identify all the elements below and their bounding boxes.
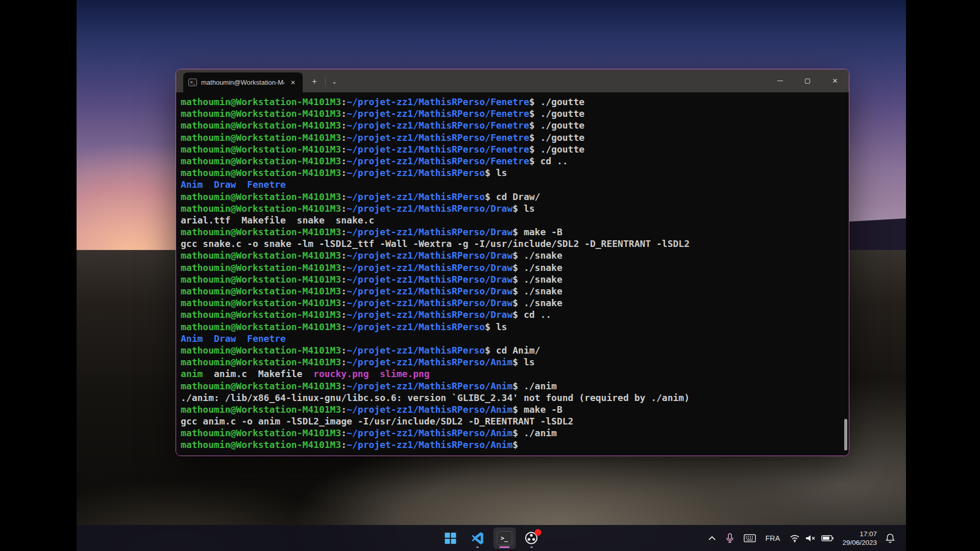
terminal-text-segment: ~/projet-zz1/MathisRPerso/Fenetre — [347, 120, 529, 131]
terminal-text-segment: ./anim: /lib/x86_64-linux-gnu/libc.so.6:… — [181, 392, 690, 403]
maximize-button[interactable] — [794, 69, 821, 92]
terminal-text-segment: mathoumin@Workstation-M4101M3 — [181, 167, 341, 178]
terminal-text-segment: $ ./goutte — [529, 108, 584, 119]
terminal-text-segment: ~/projet-zz1/MathisRPerso/Fenetre — [347, 156, 529, 166]
clock-time: 17:07 — [842, 530, 877, 538]
terminal-text-segment: Draw — [214, 333, 236, 344]
terminal-text-segment: $ ./anim — [512, 381, 557, 391]
terminal-content[interactable]: mathoumin@Workstation-M4101M3:~/projet-z… — [176, 92, 849, 456]
minimize-icon — [777, 81, 783, 81]
terminal-text-segment: : — [341, 120, 347, 131]
terminal-text-segment: $ ./snake — [512, 297, 562, 308]
terminal-text-segment: : — [341, 345, 347, 356]
terminal-text-segment: : — [341, 144, 347, 155]
terminal-text-segment: ~/projet-zz1/MathisRPerso — [347, 191, 485, 202]
terminal-text-segment: : — [341, 309, 347, 320]
terminal-line: mathoumin@Workstation-M4101M3:~/projet-z… — [181, 132, 849, 143]
terminal-text-segment: mathoumin@Workstation-M4101M3 — [181, 357, 341, 367]
terminal-app-icon: >_ — [497, 531, 512, 545]
terminal-tab[interactable]: >_ mathoumin@Workstation-M4 ✕ — [183, 72, 303, 92]
terminal-text-segment: $ ls — [485, 321, 507, 332]
terminal-text-segment: $ ./snake — [512, 274, 562, 285]
terminal-text-segment: : — [341, 132, 347, 143]
terminal-line: Anim Draw Fenetre — [181, 179, 849, 190]
terminal-line: mathoumin@Workstation-M4101M3:~/projet-z… — [181, 249, 849, 261]
terminal-line: mathoumin@Workstation-M4101M3:~/projet-z… — [181, 155, 849, 167]
terminal-text-segment: mathoumin@Workstation-M4101M3 — [181, 191, 341, 202]
terminal-text-segment: $ — [512, 439, 518, 450]
chevron-up-icon — [708, 536, 716, 541]
terminal-line: gcc snake.c -o snake -lm -lSDL2_ttf -Wal… — [181, 238, 849, 249]
terminal-text-segment: Anim — [181, 179, 203, 190]
notification-center-button[interactable] — [885, 530, 896, 547]
terminal-active-indicator — [499, 546, 509, 548]
terminal-text-segment: mathoumin@Workstation-M4101M3 — [181, 274, 341, 285]
obs-recording-badge — [534, 529, 541, 536]
terminal-text-segment: : — [341, 203, 347, 214]
clock[interactable]: 17:07 29/06/2023 — [842, 530, 877, 547]
terminal-text-segment: : — [341, 108, 347, 119]
close-button[interactable]: ✕ — [821, 69, 849, 92]
language-indicator[interactable]: FRA — [765, 530, 781, 547]
terminal-text-segment — [203, 333, 214, 344]
terminal-text-segment: ~/projet-zz1/MathisRPerso/Fenetre — [347, 108, 529, 119]
terminal-text-segment: mathoumin@Workstation-M4101M3 — [181, 297, 341, 308]
minimize-button[interactable] — [766, 69, 794, 92]
terminal-text-segment: mathoumin@Workstation-M4101M3 — [181, 262, 341, 273]
terminal-line: mathoumin@Workstation-M4101M3:~/projet-z… — [181, 380, 849, 392]
terminal-scrollbar-thumb[interactable] — [844, 419, 847, 450]
vscode-running-indicator — [476, 546, 478, 548]
microphone-icon — [726, 533, 734, 543]
touch-keyboard-button[interactable] — [743, 530, 757, 547]
terminal-text-segment: $ ./goutte — [529, 120, 584, 131]
wifi-icon — [790, 534, 800, 542]
terminal-text-segment: mathoumin@Workstation-M4101M3 — [181, 227, 341, 237]
terminal-text-segment: ~/projet-zz1/MathisRPerso/Anim — [347, 404, 512, 415]
terminal-text-segment: : — [341, 357, 347, 367]
terminal-text-segment: : — [341, 439, 347, 450]
terminal-text-segment: roucky.png — [313, 368, 369, 379]
vscode-icon — [471, 532, 484, 545]
terminal-text-segment: : — [341, 191, 347, 202]
terminal-text-segment: ~/projet-zz1/MathisRPerso/Anim — [347, 439, 512, 450]
terminal-text-segment — [236, 179, 247, 190]
terminal-taskbar-button[interactable]: >_ — [493, 528, 516, 549]
terminal-text-segment: $ cd .. — [529, 156, 568, 166]
start-button[interactable] — [439, 528, 461, 549]
terminal-text-segment — [236, 333, 247, 344]
terminal-text-segment — [369, 368, 380, 379]
terminal-line: mathoumin@Workstation-M4101M3:~/projet-z… — [181, 143, 849, 155]
terminal-text-segment: : — [341, 297, 347, 308]
vscode-button[interactable] — [466, 528, 488, 549]
taskbar-center-icons: >_ — [439, 525, 543, 551]
terminal-line: mathoumin@Workstation-M4101M3:~/projet-z… — [181, 108, 849, 119]
terminal-text-segment: mathoumin@Workstation-M4101M3 — [181, 345, 341, 356]
terminal-text-segment: ~/projet-zz1/MathisRPerso — [347, 345, 485, 356]
microphone-tray-button[interactable] — [725, 530, 735, 547]
terminal-text-segment: : — [341, 167, 347, 178]
terminal-line: mathoumin@Workstation-M4101M3:~/projet-z… — [181, 226, 849, 238]
terminal-line: mathoumin@Workstation-M4101M3:~/projet-z… — [181, 191, 849, 203]
terminal-window: >_ mathoumin@Workstation-M4 ✕ + ⌄ ✕ math… — [176, 69, 849, 456]
terminal-text-segment: ~/projet-zz1/MathisRPerso/Anim — [347, 428, 512, 438]
obs-button[interactable] — [520, 528, 543, 549]
tab-close-icon[interactable]: ✕ — [288, 78, 298, 87]
terminal-text-segment: mathoumin@Workstation-M4101M3 — [181, 439, 341, 450]
terminal-text-segment: mathoumin@Workstation-M4101M3 — [181, 250, 341, 261]
terminal-line: mathoumin@Workstation-M4101M3:~/projet-z… — [181, 427, 849, 439]
terminal-titlebar[interactable]: >_ mathoumin@Workstation-M4 ✕ + ⌄ ✕ — [176, 69, 849, 92]
terminal-text-segment: ~/projet-zz1/MathisRPerso/Fenetre — [347, 144, 529, 155]
terminal-line: mathoumin@Workstation-M4101M3:~/projet-z… — [181, 96, 849, 108]
terminal-text-segment: ~/projet-zz1/MathisRPerso/Fenetre — [347, 96, 529, 107]
terminal-text-segment: mathoumin@Workstation-M4101M3 — [181, 132, 341, 143]
network-volume-battery-group[interactable] — [789, 530, 835, 547]
terminal-text-segment: ~/projet-zz1/MathisRPerso — [347, 167, 485, 178]
terminal-line: mathoumin@Workstation-M4101M3:~/projet-z… — [181, 439, 849, 450]
tab-dropdown-button[interactable]: ⌄ — [327, 74, 342, 90]
tray-chevron-button[interactable] — [707, 530, 717, 547]
terminal-text-segment: mathoumin@Workstation-M4101M3 — [181, 428, 341, 438]
new-tab-button[interactable]: + — [307, 74, 322, 90]
terminal-line: mathoumin@Workstation-M4101M3:~/projet-z… — [181, 262, 849, 273]
terminal-line: mathoumin@Workstation-M4101M3:~/projet-z… — [181, 404, 849, 415]
terminal-text-segment: $ ./snake — [512, 250, 562, 261]
